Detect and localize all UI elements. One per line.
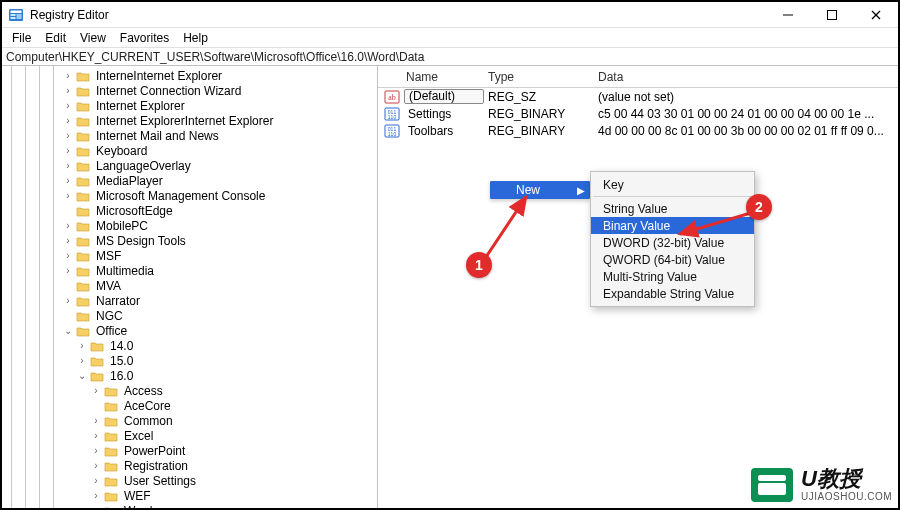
chevron-right-icon[interactable]: › xyxy=(62,190,74,202)
context-menu-item[interactable]: Expandable String Value xyxy=(591,285,754,302)
chevron-right-icon[interactable]: › xyxy=(76,340,88,352)
tree-node[interactable]: ⌄Office xyxy=(2,323,377,338)
folder-icon xyxy=(76,205,90,217)
value-row[interactable]: 011110SettingsREG_BINARYc5 00 44 03 30 0… xyxy=(378,105,898,122)
chevron-right-icon[interactable]: › xyxy=(62,100,74,112)
menu-file[interactable]: File xyxy=(6,30,37,46)
tree-node[interactable]: ›MediaPlayer xyxy=(2,173,377,188)
chevron-right-icon[interactable]: › xyxy=(90,490,102,502)
menu-view[interactable]: View xyxy=(74,30,112,46)
value-row[interactable]: 011110ToolbarsREG_BINARY4d 00 00 00 8c 0… xyxy=(378,122,898,139)
chevron-right-icon[interactable]: › xyxy=(62,175,74,187)
context-menu-item[interactable]: DWORD (32-bit) Value xyxy=(591,234,754,251)
tree-node[interactable]: ›Narrator xyxy=(2,293,377,308)
chevron-down-icon[interactable]: ⌄ xyxy=(76,370,88,382)
folder-icon xyxy=(104,490,118,502)
chevron-right-icon[interactable]: › xyxy=(90,430,102,442)
chevron-down-icon[interactable]: ⌄ xyxy=(62,325,74,337)
svg-rect-3 xyxy=(11,17,16,19)
chevron-right-icon[interactable]: › xyxy=(62,235,74,247)
tree-node-label: Internet Explorer xyxy=(94,99,187,113)
tree-node[interactable]: ›15.0 xyxy=(2,353,377,368)
context-menu-item[interactable]: Multi-String Value xyxy=(591,268,754,285)
tree-node-label: Multimedia xyxy=(94,264,156,278)
tree-node[interactable]: ·MVA xyxy=(2,278,377,293)
chevron-right-icon[interactable]: › xyxy=(62,115,74,127)
chevron-right-icon[interactable]: › xyxy=(62,145,74,157)
folder-icon xyxy=(104,400,118,412)
context-menu-item[interactable]: Binary Value xyxy=(591,217,754,234)
chevron-right-icon[interactable]: › xyxy=(90,460,102,472)
tree-node[interactable]: ›MS Design Tools xyxy=(2,233,377,248)
tree-node[interactable]: ›Microsoft Management Console xyxy=(2,188,377,203)
menu-edit[interactable]: Edit xyxy=(39,30,72,46)
chevron-right-icon[interactable]: › xyxy=(90,475,102,487)
folder-icon xyxy=(104,385,118,397)
tree-pane[interactable]: ›InterneInternet Explorer›Internet Conne… xyxy=(2,66,378,508)
column-data[interactable]: Data xyxy=(594,68,898,86)
column-name[interactable]: Name xyxy=(384,68,484,86)
annotation-badge-2: 2 xyxy=(746,194,772,220)
tree-node[interactable]: ›LanguageOverlay xyxy=(2,158,377,173)
chevron-right-icon[interactable]: › xyxy=(76,355,88,367)
context-menu-item[interactable]: String Value xyxy=(591,200,754,217)
tree-node[interactable]: ›MobilePC xyxy=(2,218,377,233)
svg-rect-1 xyxy=(11,10,22,13)
context-menu-item[interactable]: QWORD (64-bit) Value xyxy=(591,251,754,268)
menu-help[interactable]: Help xyxy=(177,30,214,46)
maximize-button[interactable] xyxy=(810,2,854,28)
tree-node[interactable]: ›Multimedia xyxy=(2,263,377,278)
values-pane[interactable]: Name Type Data ab(Default)REG_SZ(value n… xyxy=(378,66,898,508)
menu-favorites[interactable]: Favorites xyxy=(114,30,175,46)
chevron-right-icon[interactable]: › xyxy=(62,85,74,97)
value-type: REG_BINARY xyxy=(484,124,594,138)
binary-value-icon: 011110 xyxy=(384,123,400,139)
tree-node[interactable]: ›Internet Mail and News xyxy=(2,128,377,143)
tree-node[interactable]: ·AceCore xyxy=(2,398,377,413)
menu-separator xyxy=(593,196,752,197)
context-menu-new[interactable]: New ▶ xyxy=(490,181,590,199)
tree-node[interactable]: ›WEF xyxy=(2,488,377,503)
tree-node[interactable]: ›Access xyxy=(2,383,377,398)
chevron-right-icon[interactable]: › xyxy=(62,160,74,172)
values-header[interactable]: Name Type Data xyxy=(378,66,898,88)
tree-node[interactable]: ›Registration xyxy=(2,458,377,473)
chevron-down-icon[interactable]: ⌄ xyxy=(90,505,102,509)
tree-node[interactable]: ·MicrosoftEdge xyxy=(2,203,377,218)
folder-icon xyxy=(104,475,118,487)
close-button[interactable] xyxy=(854,2,898,28)
value-row[interactable]: ab(Default)REG_SZ(value not set) xyxy=(378,88,898,105)
tree-node[interactable]: ›Excel xyxy=(2,428,377,443)
value-data: (value not set) xyxy=(594,90,898,104)
chevron-right-icon[interactable]: › xyxy=(90,415,102,427)
chevron-right-icon[interactable]: › xyxy=(62,70,74,82)
tree-node[interactable]: ›Internet Explorer xyxy=(2,98,377,113)
context-menu-item[interactable]: Key xyxy=(591,176,754,193)
chevron-right-icon[interactable]: › xyxy=(62,250,74,262)
tree-node[interactable]: ›InterneInternet Explorer xyxy=(2,68,377,83)
tree-node[interactable]: ⌄16.0 xyxy=(2,368,377,383)
chevron-right-icon[interactable]: › xyxy=(90,445,102,457)
column-type[interactable]: Type xyxy=(484,68,594,86)
svg-text:ab: ab xyxy=(388,93,396,102)
chevron-right-icon[interactable]: › xyxy=(62,220,74,232)
tree-node[interactable]: ›Internet Connection Wizard xyxy=(2,83,377,98)
chevron-right-icon[interactable]: › xyxy=(90,385,102,397)
tree-node[interactable]: ›MSF xyxy=(2,248,377,263)
address-bar[interactable]: Computer\HKEY_CURRENT_USER\Software\Micr… xyxy=(2,48,898,66)
chevron-right-icon[interactable]: › xyxy=(62,265,74,277)
folder-icon xyxy=(76,220,90,232)
chevron-right-icon[interactable]: › xyxy=(62,295,74,307)
tree-node[interactable]: ›PowerPoint xyxy=(2,443,377,458)
value-data: 4d 00 00 00 8c 01 00 00 3b 00 00 00 02 0… xyxy=(594,124,898,138)
chevron-right-icon: · xyxy=(62,280,74,292)
tree-node[interactable]: ›Internet ExplorerInternet Explorer xyxy=(2,113,377,128)
tree-node[interactable]: ›14.0 xyxy=(2,338,377,353)
tree-node[interactable]: ›Common xyxy=(2,413,377,428)
tree-node[interactable]: ›Keyboard xyxy=(2,143,377,158)
minimize-button[interactable] xyxy=(766,2,810,28)
tree-node[interactable]: ⌄Word xyxy=(2,503,377,508)
chevron-right-icon[interactable]: › xyxy=(62,130,74,142)
tree-node[interactable]: ·NGC xyxy=(2,308,377,323)
tree-node[interactable]: ›User Settings xyxy=(2,473,377,488)
